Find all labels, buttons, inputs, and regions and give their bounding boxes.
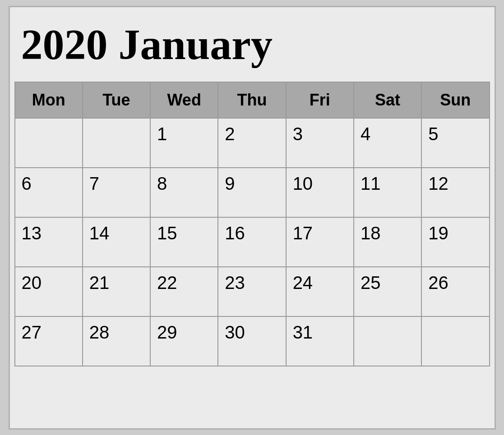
- calendar-day-9[interactable]: 9: [218, 168, 286, 217]
- calendar-week-row: 2728293031: [15, 316, 490, 366]
- weekday-header-sun: Sun: [421, 82, 489, 118]
- calendar-day-empty: [15, 118, 83, 168]
- weekday-header-tue: Tue: [83, 82, 150, 118]
- calendar-day-3[interactable]: 3: [286, 118, 354, 168]
- calendar-week-row: 12345: [15, 118, 490, 168]
- calendar-day-21[interactable]: 21: [83, 267, 150, 316]
- calendar-day-16[interactable]: 16: [218, 217, 286, 267]
- calendar-day-empty: [83, 118, 150, 168]
- calendar-day-25[interactable]: 25: [354, 267, 421, 316]
- calendar-day-19[interactable]: 19: [421, 217, 489, 267]
- calendar-day-11[interactable]: 11: [354, 168, 421, 217]
- calendar-day-2[interactable]: 2: [218, 118, 286, 168]
- calendar-container: 2020 January MonTueWedThuFriSatSun 12345…: [9, 6, 496, 430]
- weekday-header-fri: Fri: [286, 82, 354, 118]
- calendar-day-31[interactable]: 31: [286, 316, 354, 366]
- calendar-day-empty: [354, 316, 421, 366]
- calendar-day-6[interactable]: 6: [15, 168, 83, 217]
- calendar-day-26[interactable]: 26: [421, 267, 489, 316]
- calendar-day-29[interactable]: 29: [150, 316, 218, 366]
- calendar-day-23[interactable]: 23: [218, 267, 286, 316]
- calendar-day-5[interactable]: 5: [421, 118, 489, 168]
- calendar-day-24[interactable]: 24: [286, 267, 354, 316]
- calendar-day-1[interactable]: 1: [150, 118, 218, 168]
- calendar-week-row: 13141516171819: [15, 217, 490, 267]
- calendar-day-14[interactable]: 14: [83, 217, 150, 267]
- calendar-title: 2020 January: [14, 12, 490, 82]
- weekday-header-thu: Thu: [218, 82, 286, 118]
- calendar-day-20[interactable]: 20: [15, 267, 83, 316]
- calendar-day-28[interactable]: 28: [83, 316, 150, 366]
- weekday-header-mon: Mon: [15, 82, 83, 118]
- weekday-header-sat: Sat: [354, 82, 421, 118]
- calendar-day-4[interactable]: 4: [354, 118, 421, 168]
- calendar-day-22[interactable]: 22: [150, 267, 218, 316]
- calendar-day-13[interactable]: 13: [15, 217, 83, 267]
- calendar-day-15[interactable]: 15: [150, 217, 218, 267]
- weekday-header-wed: Wed: [150, 82, 218, 118]
- calendar-day-empty: [421, 316, 489, 366]
- calendar-day-30[interactable]: 30: [218, 316, 286, 366]
- calendar-day-12[interactable]: 12: [421, 168, 489, 217]
- calendar-day-8[interactable]: 8: [150, 168, 218, 217]
- calendar-week-row: 6789101112: [15, 168, 490, 217]
- calendar-day-7[interactable]: 7: [83, 168, 150, 217]
- calendar-day-18[interactable]: 18: [354, 217, 421, 267]
- calendar-table: MonTueWedThuFriSatSun 123456789101112131…: [14, 82, 490, 366]
- calendar-day-27[interactable]: 27: [15, 316, 83, 366]
- weekday-header-row: MonTueWedThuFriSatSun: [15, 82, 490, 118]
- calendar-day-17[interactable]: 17: [286, 217, 354, 267]
- calendar-week-row: 20212223242526: [15, 267, 490, 316]
- calendar-day-10[interactable]: 10: [286, 168, 354, 217]
